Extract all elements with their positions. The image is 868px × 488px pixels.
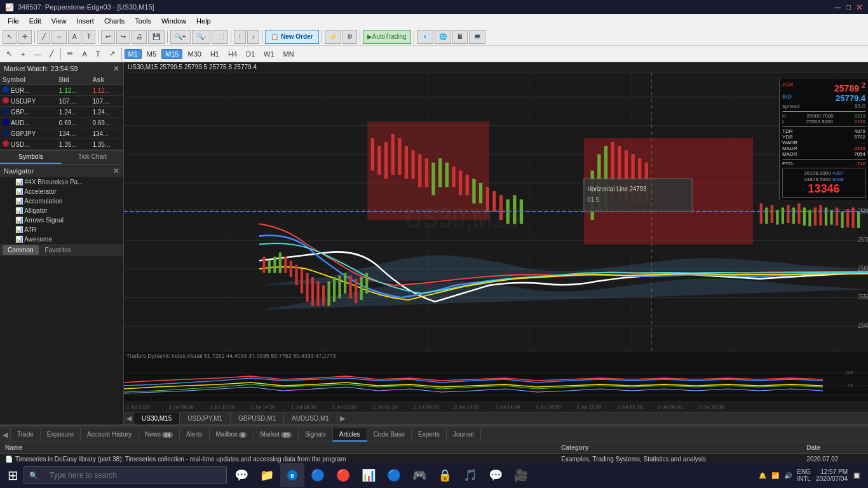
tf-m5[interactable]: M5 [143, 49, 160, 59]
nav-item-arrows[interactable]: 📊 Arrows Signal [0, 215, 123, 225]
taskbar-icon-app3[interactable]: 📊 [356, 463, 381, 487]
btn-zoom-out[interactable]: 🔍- [192, 30, 210, 44]
tf-m15[interactable]: M15 [161, 49, 182, 59]
nav-item-accelerator[interactable]: 📊 Accelerator [0, 187, 123, 196]
nav-tab-common[interactable]: Common [3, 245, 39, 255]
new-order-btn[interactable]: 📋 New Order [265, 30, 319, 44]
draw-line-d[interactable]: ╱ [46, 48, 58, 59]
btn-calc[interactable]: 🖩 [452, 30, 468, 44]
term-tab-articles[interactable]: Articles [333, 428, 367, 442]
tool-text[interactable]: A [68, 30, 81, 44]
chart-inner[interactable]: Horizontal Line 24793 01.5 US30,M15 2619… [124, 72, 868, 351]
nav-close[interactable]: ✕ [113, 166, 119, 175]
term-tab-exposure[interactable]: Exposure [41, 428, 81, 442]
taskbar-icon-cortana[interactable]: 💬 [229, 463, 254, 487]
btn-options[interactable]: ⚙ [342, 30, 357, 44]
start-button[interactable]: ⊞ [3, 468, 24, 483]
term-tab-signals[interactable]: Signals [299, 428, 333, 442]
btn-email[interactable]: 📧 [417, 30, 433, 44]
notifications-icon[interactable]: 🔲 [853, 472, 860, 479]
term-tab-journal[interactable]: Journal [447, 428, 481, 442]
minimize-btn[interactable]: ─ [835, 3, 841, 12]
tool-arrow[interactable]: ↖ [3, 30, 17, 44]
menu-help[interactable]: Help [191, 16, 216, 26]
chart-tab-us30[interactable]: US30,M15 [134, 412, 180, 424]
tool-crosshair[interactable]: ✛ [18, 30, 32, 44]
nav-item-atr[interactable]: 📊 ATR [0, 225, 123, 234]
mw-row-gbp[interactable]: GBP... 1.24... 1.24... [0, 107, 123, 118]
menu-view[interactable]: View [46, 16, 72, 26]
maximize-btn[interactable]: □ [846, 3, 851, 12]
draw-text[interactable]: A [78, 49, 90, 59]
tool-period[interactable]: ↔ [51, 30, 67, 44]
btn-trailing[interactable]: ⚡ [325, 30, 341, 44]
tf-mn[interactable]: MN [280, 49, 298, 59]
btn-redo[interactable]: ↪ [116, 30, 130, 44]
tool-line[interactable]: ╱ [37, 30, 50, 44]
term-tab-experts[interactable]: Experts [412, 428, 447, 442]
btn-save[interactable]: 💾 [148, 30, 165, 44]
chart-svg[interactable]: Horizontal Line 24793 01.5 US30,M15 2619… [124, 72, 868, 351]
nav-tab-favorites[interactable]: Favorites [40, 245, 76, 255]
term-tab-mailbox[interactable]: Mailbox6 [210, 428, 254, 442]
chart-tab-nav-left[interactable]: ◀ [124, 414, 134, 423]
draw-cursor[interactable]: ↖ [3, 48, 16, 59]
draw-arrow[interactable]: ↗ [105, 48, 119, 59]
chart-tab-gbpusd[interactable]: GBPUSD,M1 [231, 412, 284, 424]
btn-chart-down[interactable]: ↓ [247, 30, 259, 44]
search-container[interactable]: 🔍 [24, 466, 227, 484]
mw-row-gbpjpy[interactable]: GBPJPY 134.... 134... [0, 128, 123, 139]
nav-item-4x[interactable]: 📊 #4X Bheurekso Pa... [0, 177, 123, 187]
nav-item-awesome[interactable]: 📊 Awesome [0, 234, 123, 244]
menu-edit[interactable]: Edit [24, 16, 46, 26]
chart-tab-audusd[interactable]: AUDUSD,M1 [284, 412, 337, 424]
window-controls[interactable]: ─ □ ✕ [835, 3, 863, 12]
term-tab-market[interactable]: Market95 [254, 428, 298, 442]
draw-line-h[interactable]: — [30, 49, 44, 59]
btn-fit[interactable]: ⬜ [212, 30, 228, 44]
menu-window[interactable]: Window [156, 16, 191, 26]
autotrade-btn[interactable]: ▶ AutoTrading [363, 30, 411, 44]
taskbar-icon-app2[interactable]: 🔴 [331, 463, 355, 487]
menu-charts[interactable]: Charts [99, 16, 130, 26]
mw-row-eur[interactable]: EUR... 1.12... 1.12... [0, 85, 123, 96]
term-tab-codebase[interactable]: Code Base [367, 428, 412, 442]
btn-zoom-in[interactable]: 🔍+ [170, 30, 191, 44]
tf-m30[interactable]: M30 [184, 49, 205, 59]
mw-tab-symbols[interactable]: Symbols [0, 150, 62, 164]
taskbar-icon-spotify[interactable]: 🎵 [458, 463, 482, 487]
menu-insert[interactable]: Insert [71, 16, 99, 26]
term-tab-history[interactable]: Account History [81, 428, 139, 442]
chart-tab-usdjpy[interactable]: USDJPY,M1 [180, 412, 231, 424]
tf-m1[interactable]: M1 [125, 49, 142, 59]
nav-item-alligator[interactable]: 📊 Alligator [0, 206, 123, 215]
mw-tab-tickchart[interactable]: Tick Chart [62, 150, 123, 164]
draw-text2[interactable]: T [92, 49, 104, 59]
taskbar-icon-explorer[interactable]: 📁 [255, 463, 279, 487]
btn-print[interactable]: 🖨 [132, 30, 147, 44]
menu-file[interactable]: File [3, 16, 24, 26]
mw-row-usdjpy[interactable]: USDJPY 107.... 107.... [0, 96, 123, 107]
chart-tab-nav-right[interactable]: ▶ [337, 414, 348, 423]
btn-terminal[interactable]: 💻 [469, 30, 485, 44]
tf-h4[interactable]: H4 [224, 49, 241, 59]
taskbar-icon-edge[interactable]: e [280, 463, 304, 487]
close-btn[interactable]: ✕ [856, 3, 863, 12]
btn-undo[interactable]: ↩ [101, 30, 115, 44]
terminal-collapse-icon[interactable]: ◀ [0, 428, 11, 442]
taskbar-icon-app5[interactable]: 🎮 [407, 463, 431, 487]
mw-row-usd[interactable]: USD... 1.35... 1.35... [0, 139, 123, 150]
nav-item-accumulation[interactable]: 📊 Accumulation [0, 196, 123, 206]
taskbar-icon-zoom[interactable]: 🎥 [509, 463, 533, 487]
taskbar-icon-app4[interactable]: 🔵 [382, 463, 406, 487]
tf-h1[interactable]: H1 [207, 49, 223, 59]
taskbar-icon-discord[interactable]: 💬 [484, 463, 508, 487]
draw-plus[interactable]: + [17, 49, 29, 59]
tool-text2[interactable]: T [83, 30, 95, 44]
chart-container[interactable]: Horizontal Line 24793 01.5 US30,M15 2619… [124, 72, 868, 351]
mw-close[interactable]: ✕ [113, 64, 119, 73]
taskbar-icon-app1[interactable]: 🔵 [306, 463, 330, 487]
search-input[interactable] [42, 466, 207, 484]
btn-globe[interactable]: 🌐 [435, 30, 451, 44]
tf-w1[interactable]: W1 [260, 49, 278, 59]
